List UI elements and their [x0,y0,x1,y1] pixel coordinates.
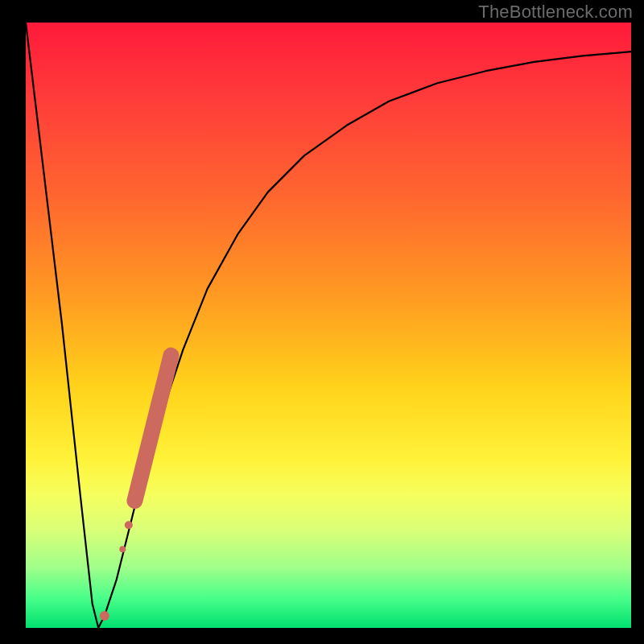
highlight-dot [125,521,133,529]
watermark-text: TheBottleneck.com [478,2,633,23]
chart-frame: TheBottleneck.com [0,0,644,644]
chart-svg [0,0,644,644]
bottleneck-curve [26,23,631,628]
highlight-dot [100,611,109,621]
highlight-band [134,356,171,501]
highlight-dot [119,546,126,552]
